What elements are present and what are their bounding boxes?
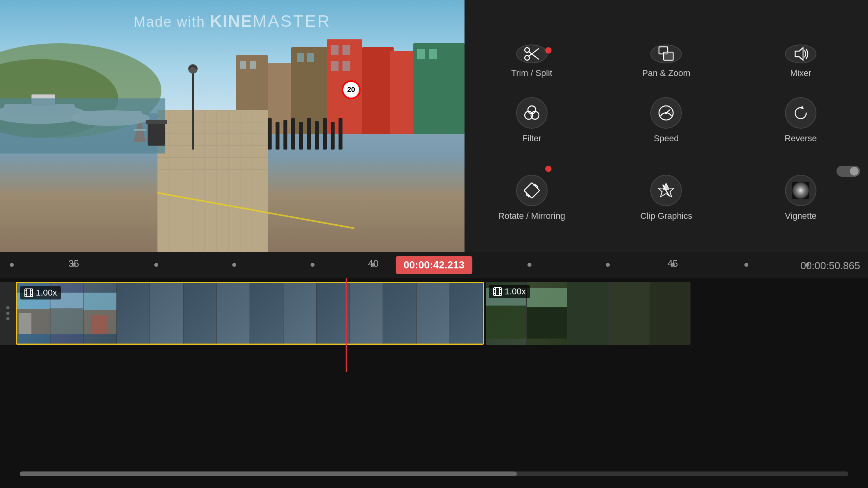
timeline-scrollbar[interactable] — [20, 471, 848, 476]
svg-rect-39 — [283, 120, 287, 150]
ruler-dot-4 — [311, 263, 315, 267]
svg-rect-46 — [339, 118, 342, 150]
reverse-label: Reverse — [785, 133, 817, 144]
svg-rect-58 — [148, 122, 165, 146]
rotate-mirroring-label: Rotate / Mirroring — [498, 211, 565, 221]
svg-rect-87 — [524, 183, 540, 198]
playhead-line — [346, 278, 347, 372]
time-ruler: 35 40 45 00:00:42.213 00:00:50.865 — [0, 252, 868, 278]
svg-rect-55 — [0, 98, 165, 153]
svg-rect-43 — [315, 121, 319, 150]
clip-graphics-label: Clip Graphics — [640, 211, 692, 221]
mixer-icon — [785, 44, 816, 63]
svg-rect-11 — [362, 47, 394, 134]
video-clip-main[interactable]: 1.00x — [16, 282, 484, 345]
svg-rect-14 — [342, 45, 350, 55]
rotate-mirroring-indicator — [545, 166, 552, 172]
svg-rect-105 — [50, 308, 83, 334]
svg-rect-106 — [83, 293, 117, 310]
ruler-label-45: 45 — [668, 258, 678, 269]
ruler-label-35: 35 — [68, 258, 79, 269]
svg-rect-38 — [276, 122, 279, 150]
svg-rect-93 — [792, 182, 809, 199]
ruler-label-40: 40 — [368, 258, 379, 269]
svg-rect-75 — [664, 52, 673, 60]
track-dots — [6, 306, 9, 320]
svg-rect-44 — [323, 118, 327, 150]
svg-rect-41 — [299, 122, 303, 150]
trim-split-button[interactable]: Trim / Split — [465, 41, 599, 82]
svg-rect-42 — [307, 118, 311, 150]
timeline-track: 1.00x — [0, 278, 868, 349]
track-handle — [0, 282, 16, 345]
svg-rect-45 — [331, 122, 335, 150]
svg-rect-118 — [527, 288, 567, 307]
clip-main-label: 1.00x — [20, 286, 61, 299]
svg-rect-40 — [291, 118, 295, 150]
ruler-dot-2 — [154, 263, 158, 267]
film-icon-2 — [493, 287, 502, 296]
speed-icon — [650, 97, 682, 129]
timeline-area: 35 40 45 00:00:42.213 00:00:50.865 — [0, 252, 868, 488]
svg-rect-20 — [157, 110, 268, 252]
svg-rect-94 — [25, 289, 33, 297]
film-icon — [24, 288, 33, 298]
rotate-mirroring-icon — [516, 175, 548, 206]
svg-rect-15 — [331, 61, 339, 71]
svg-rect-13 — [331, 45, 339, 55]
svg-marker-76 — [795, 48, 803, 60]
svg-point-82 — [665, 112, 667, 114]
svg-rect-7 — [250, 61, 256, 69]
filter-label: Filter — [522, 133, 541, 144]
svg-rect-109 — [494, 288, 502, 296]
current-time-badge: 00:00:42.213 — [396, 256, 472, 274]
trim-split-indicator — [545, 47, 552, 54]
svg-rect-18 — [417, 49, 425, 59]
trim-split-label: Trim / Split — [511, 68, 552, 78]
ruler-dot-8 — [606, 263, 610, 267]
ruler-dot-7 — [527, 263, 531, 267]
reverse-icon — [785, 97, 816, 129]
clip-graphics-icon — [650, 175, 682, 206]
right-panel: Trim / Split Pan & Zoom Mixer — [465, 0, 868, 252]
clip-second-label: 1.00x — [489, 285, 530, 298]
vignette-button[interactable]: Vignette — [733, 159, 868, 237]
video-preview: 20 Made with KINEMASTER — [0, 0, 465, 252]
ruler-dot-3 — [232, 263, 236, 267]
end-time: 00:00:50.865 — [800, 260, 860, 272]
speed-button[interactable]: Speed — [599, 82, 734, 159]
svg-rect-8 — [297, 53, 304, 62]
timeline-scrollbar-thumb[interactable] — [20, 471, 517, 476]
svg-rect-103 — [19, 313, 31, 334]
rotate-mirroring-button[interactable]: Rotate / Mirroring — [465, 159, 599, 237]
pan-zoom-button[interactable]: Pan & Zoom — [599, 41, 734, 82]
vignette-label: Vignette — [785, 211, 816, 221]
svg-rect-108 — [92, 315, 108, 334]
ruler-dot-10 — [744, 263, 748, 267]
filmstrip-main — [17, 283, 483, 344]
pan-zoom-icon — [650, 44, 682, 63]
clip-graphics-button[interactable]: Clip Graphics — [599, 159, 734, 237]
svg-rect-6 — [240, 61, 246, 69]
svg-rect-16 — [342, 61, 350, 71]
mixer-button[interactable]: Mixer — [733, 41, 868, 82]
reverse-button[interactable]: Reverse — [733, 82, 868, 159]
svg-text:20: 20 — [347, 86, 355, 94]
svg-rect-37 — [268, 118, 272, 150]
svg-rect-59 — [146, 120, 167, 124]
trim-split-icon — [516, 44, 548, 63]
filter-button[interactable]: Filter — [465, 82, 599, 159]
filter-icon — [516, 97, 548, 129]
svg-rect-19 — [429, 49, 437, 59]
mixer-label: Mixer — [790, 68, 811, 78]
vignette-icon — [785, 175, 816, 206]
pan-zoom-label: Pan & Zoom — [642, 68, 690, 78]
svg-rect-117 — [486, 306, 526, 339]
ruler-start-dot — [10, 263, 14, 267]
vignette-toggle[interactable] — [837, 166, 860, 177]
svg-rect-119 — [527, 307, 567, 339]
video-clip-second[interactable]: 1.00x — [486, 282, 690, 345]
speed-label: Speed — [654, 133, 679, 144]
svg-rect-9 — [307, 53, 314, 62]
